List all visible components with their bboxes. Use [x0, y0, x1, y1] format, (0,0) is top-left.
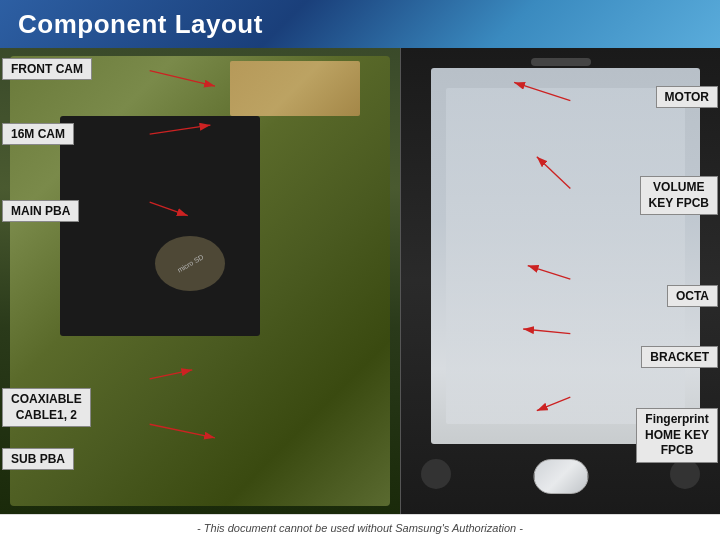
main-chip-block: [60, 116, 260, 336]
image-area: micro SD: [0, 48, 720, 514]
label-16m-cam: 16M CAM: [2, 123, 74, 145]
label-volume-key-fpcb: VOLUME KEY FPCB: [640, 176, 718, 215]
phone-screen: [431, 68, 700, 444]
slide: Component Layout micro SD: [0, 0, 720, 540]
footer-text: - This document cannot be used without S…: [197, 522, 523, 534]
label-main-pba: MAIN PBA: [2, 200, 79, 222]
flex-cable: [230, 61, 360, 116]
slide-title: Component Layout: [18, 9, 263, 40]
header: Component Layout: [0, 0, 720, 48]
label-sub-pba: SUB PBA: [2, 448, 74, 470]
label-motor: MOTOR: [656, 86, 718, 108]
label-bracket: BRACKET: [641, 346, 718, 368]
footer: - This document cannot be used without S…: [0, 514, 720, 540]
label-coaxiable-cable: COAXIABLE CABLE1, 2: [2, 388, 91, 427]
label-front-cam: FRONT CAM: [2, 58, 92, 80]
home-button-area: [533, 459, 588, 494]
label-octa: OCTA: [667, 285, 718, 307]
label-fingerprint-fpcb: Fingerprint HOME KEY FPCB: [636, 408, 718, 463]
microsd-label: micro SD: [155, 236, 225, 291]
